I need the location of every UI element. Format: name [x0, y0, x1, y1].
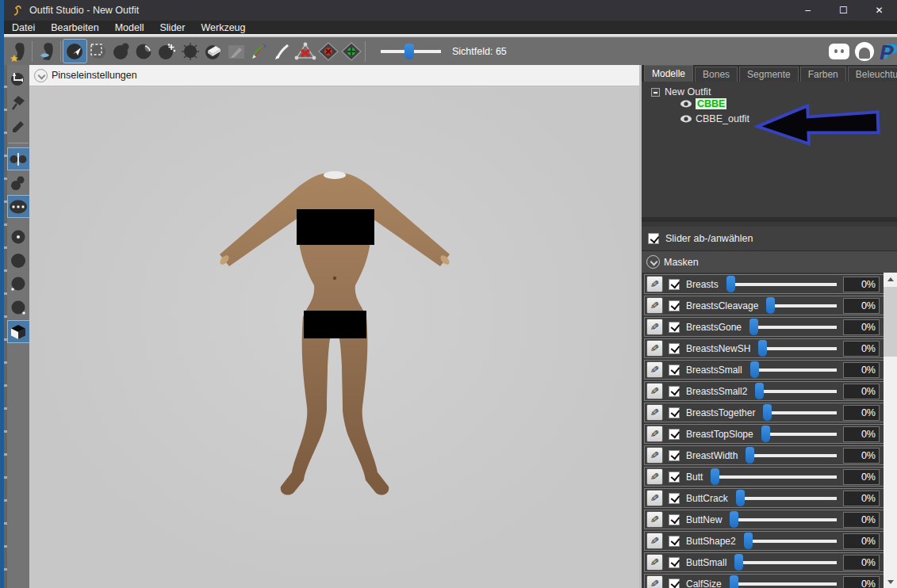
slider-value[interactable]: 0% [843, 384, 880, 399]
vertex-edit-icon[interactable] [8, 116, 29, 137]
connected-circles-icon[interactable] [8, 172, 29, 193]
slider-control[interactable] [744, 533, 837, 549]
slider-control[interactable] [736, 490, 837, 506]
slider-handle[interactable] [734, 554, 743, 571]
slider-edit-button[interactable] [646, 554, 663, 571]
tab-bones[interactable]: Bones [695, 67, 738, 82]
menu-werkzeug[interactable]: Werkzeug [193, 20, 253, 35]
slider-edit-button[interactable] [646, 404, 663, 421]
slider-checkbox[interactable] [669, 343, 680, 354]
slider-control[interactable] [726, 276, 837, 292]
fov-slider-handle[interactable] [404, 44, 414, 59]
close-button[interactable]: ✕ [861, 0, 897, 21]
slider-handle[interactable] [730, 511, 738, 528]
tab-modelle[interactable]: Modelle [644, 65, 693, 82]
slider-value[interactable]: 0% [843, 298, 880, 314]
scrollbar-thumb[interactable] [884, 287, 897, 357]
slider-value[interactable]: 0% [843, 533, 880, 549]
viewport-3d[interactable] [29, 87, 639, 588]
github-icon[interactable] [855, 42, 874, 61]
slider-control[interactable] [766, 297, 837, 314]
alpha-brush-icon[interactable] [270, 40, 293, 63]
tab-farben[interactable]: Farben [800, 67, 846, 82]
slider-checkbox[interactable] [669, 322, 680, 333]
slider-value[interactable]: 0% [843, 341, 880, 357]
slider-handle[interactable] [726, 276, 735, 292]
brush-circle-solid-icon[interactable] [8, 250, 29, 271]
load-project-icon[interactable] [6, 40, 29, 63]
brush-circle-dot-icon[interactable] [8, 226, 29, 247]
paypal-icon[interactable]: PP [880, 41, 897, 62]
masks-header[interactable]: Masken [642, 250, 897, 273]
slider-control[interactable] [746, 447, 837, 464]
slider-checkbox[interactable] [669, 557, 680, 568]
slider-checkbox[interactable] [669, 365, 680, 376]
inflate-brush-icon[interactable] [109, 40, 132, 63]
tree-root-item[interactable]: New Outfit [651, 86, 711, 97]
slider-edit-button[interactable] [646, 383, 663, 399]
slider-value[interactable]: 0% [843, 277, 880, 292]
slider-value[interactable]: 0% [843, 319, 880, 335]
green-diamond-icon[interactable] [339, 40, 362, 63]
menu-slider[interactable]: Slider [151, 20, 193, 35]
slider-value[interactable]: 0% [843, 362, 880, 378]
color-brush-icon[interactable] [247, 40, 270, 63]
slider-value[interactable]: 0% [843, 512, 880, 528]
slider-checkbox[interactable] [669, 279, 680, 290]
slider-edit-button[interactable] [646, 319, 663, 335]
slider-checkbox[interactable] [669, 429, 680, 440]
load-reference-icon[interactable] [35, 40, 58, 63]
slider-handle[interactable] [746, 447, 754, 464]
weight-brush-icon[interactable] [224, 40, 247, 63]
slider-handle[interactable] [744, 533, 753, 549]
slider-edit-button[interactable] [646, 533, 663, 549]
slider-value[interactable]: 0% [843, 576, 880, 588]
slider-checkbox[interactable] [669, 450, 680, 461]
mask-brush-icon[interactable] [63, 40, 86, 63]
fov-slider[interactable] [381, 44, 441, 59]
menu-bearbeiten[interactable]: Bearbeiten [43, 20, 106, 35]
menu-datei[interactable]: Datei [4, 20, 43, 35]
slider-value[interactable]: 0% [843, 426, 880, 442]
slider-handle[interactable] [736, 490, 745, 506]
brush-settings-header[interactable]: Pinseleinstellungen [29, 65, 639, 86]
slider-handle[interactable] [730, 575, 738, 588]
slider-control[interactable] [711, 468, 837, 485]
slider-edit-button[interactable] [646, 575, 663, 588]
slider-value[interactable]: 0% [843, 555, 880, 571]
slider-edit-button[interactable] [646, 490, 663, 506]
slider-handle[interactable] [766, 297, 775, 314]
brush-circle-dot-right-icon[interactable] [8, 297, 29, 319]
slider-checkbox[interactable] [669, 536, 680, 547]
slider-control[interactable] [758, 340, 837, 357]
slider-edit-button[interactable] [646, 468, 663, 485]
scroll-down-icon[interactable] [884, 575, 897, 588]
slider-handle[interactable] [763, 404, 772, 421]
slider-checkbox[interactable] [669, 386, 680, 397]
slider-list-scrollbar[interactable] [884, 273, 897, 588]
global-brush-toggle-icon[interactable] [8, 196, 29, 217]
tree-item-cbbe[interactable]: CBBE [680, 98, 726, 109]
slider-value[interactable]: 0% [843, 448, 880, 464]
slider-control[interactable] [761, 426, 837, 442]
slider-control[interactable] [730, 575, 837, 588]
slider-edit-button[interactable] [646, 297, 663, 314]
red-diamond-icon[interactable] [316, 40, 339, 63]
slider-checkbox[interactable] [669, 472, 680, 483]
slider-handle[interactable] [749, 319, 758, 335]
slider-control[interactable] [730, 511, 837, 528]
slider-checkbox[interactable] [669, 514, 680, 525]
slider-value[interactable]: 0% [843, 405, 880, 421]
slider-edit-button[interactable] [646, 340, 663, 357]
tab-segmente[interactable]: Segmente [739, 67, 799, 82]
slider-edit-button[interactable] [646, 511, 663, 528]
scroll-up-icon[interactable] [884, 273, 897, 285]
eraser-icon[interactable] [201, 40, 224, 63]
maximize-button[interactable]: ☐ [826, 0, 861, 21]
move-brush-icon[interactable] [155, 40, 178, 63]
smooth-brush-icon[interactable] [178, 40, 201, 63]
collapse-icon[interactable] [651, 88, 660, 97]
slider-control[interactable] [755, 383, 837, 399]
brush-circle-dot-left-icon[interactable] [8, 273, 29, 295]
slider-checkbox[interactable] [669, 300, 680, 311]
